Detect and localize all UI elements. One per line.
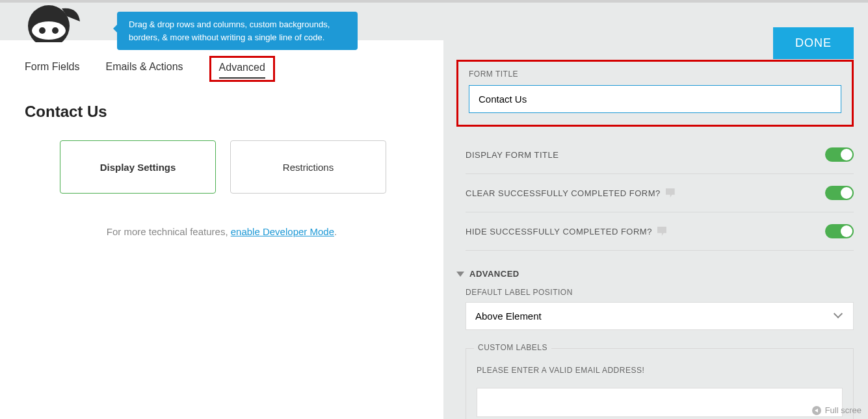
- help-icon[interactable]: [657, 227, 666, 236]
- right-panel: FORM TITLE DISPLAY FORM TITLE CLEAR SUCC…: [443, 40, 868, 419]
- default-label-pos-select[interactable]: Above Element: [466, 302, 854, 330]
- default-label-pos-value: Above Element: [475, 311, 542, 322]
- settings-cards: Display Settings Restrictions: [60, 140, 419, 194]
- toggle-clear-completed[interactable]: [825, 186, 854, 200]
- svg-point-1: [32, 21, 66, 40]
- custom-labels-legend: CUSTOM LABELS: [474, 343, 551, 352]
- valid-email-label: PLEASE ENTER A VALID EMAIL ADDRESS!: [477, 366, 843, 375]
- clear-completed-label: CLEAR SUCCESSFULLY COMPLETED FORM?: [466, 188, 661, 198]
- tech-note: For more technical features, enable Deve…: [25, 226, 419, 237]
- chevron-down-icon: [835, 312, 844, 321]
- tab-advanced[interactable]: Advanced: [219, 62, 265, 79]
- advanced-header-label: ADVANCED: [469, 269, 519, 279]
- row-hide-completed: HIDE SUCCESSFULLY COMPLETED FORM?: [466, 212, 854, 251]
- advanced-section-header[interactable]: ADVANCED: [456, 269, 854, 279]
- card-restrictions[interactable]: Restrictions: [230, 140, 386, 194]
- chevron-down-icon: [456, 272, 464, 277]
- help-icon[interactable]: [666, 188, 675, 197]
- svg-point-3: [52, 27, 59, 34]
- tab-advanced-highlight: Advanced: [209, 56, 275, 82]
- tab-form-fields[interactable]: Form Fields: [25, 61, 79, 82]
- enable-dev-mode-link[interactable]: enable Developer Mode: [231, 226, 334, 237]
- hide-completed-label: HIDE SUCCESSFULLY COMPLETED FORM?: [466, 227, 652, 236]
- form-title-highlight: FORM TITLE: [456, 60, 854, 127]
- form-title-label: FORM TITLE: [469, 70, 841, 79]
- custom-labels-fieldset: CUSTOM LABELS PLEASE ENTER A VALID EMAIL…: [466, 348, 854, 419]
- tab-bar: Form Fields Emails & Actions Advanced: [25, 61, 419, 82]
- tech-note-prefix: For more technical features,: [107, 226, 231, 237]
- card-display-settings[interactable]: Display Settings: [60, 140, 216, 194]
- toggle-display-form-title[interactable]: [825, 147, 854, 162]
- tech-note-suffix: .: [334, 226, 337, 237]
- ninja-logo: [16, 3, 81, 42]
- form-title-input[interactable]: [469, 85, 841, 113]
- row-clear-completed: CLEAR SUCCESSFULLY COMPLETED FORM?: [466, 174, 854, 212]
- tab-emails-actions[interactable]: Emails & Actions: [105, 61, 183, 82]
- valid-email-input[interactable]: [477, 388, 843, 417]
- arrow-left-icon: [812, 406, 821, 415]
- page-title: Contact Us: [25, 103, 419, 121]
- fullscreen-indicator[interactable]: Full scree: [812, 405, 861, 415]
- promo-tooltip: Drag & drop rows and columns, custom bac…: [117, 12, 358, 50]
- display-form-title-label: DISPLAY FORM TITLE: [466, 150, 559, 160]
- left-panel: Form Fields Emails & Actions Advanced Co…: [0, 40, 443, 419]
- row-display-form-title: DISPLAY FORM TITLE: [466, 136, 854, 174]
- fullscreen-label: Full scree: [825, 405, 861, 415]
- default-label-pos-label: DEFAULT LABEL POSITION: [466, 288, 854, 297]
- svg-point-2: [39, 27, 46, 34]
- toggle-hide-completed[interactable]: [825, 224, 854, 238]
